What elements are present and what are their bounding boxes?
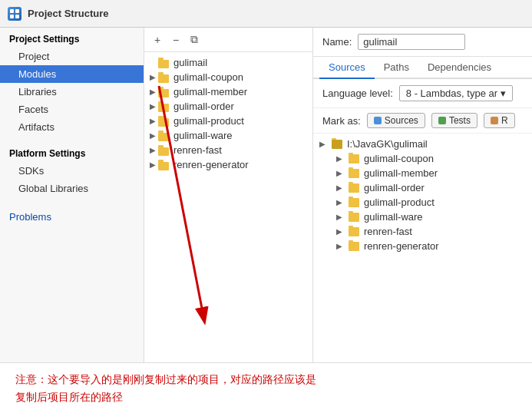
tree-item-renren-generator[interactable]: renren-generator (144, 157, 312, 172)
folder-icon (158, 116, 170, 127)
mark-sources-label: Sources (385, 115, 418, 126)
source-tree-item-renren-fast[interactable]: renren-fast (313, 224, 532, 239)
project-settings-heading: Project Settings (0, 28, 144, 48)
sidebar-item-modules[interactable]: Modules (0, 65, 144, 83)
tree-item-label: gulimall-ware (173, 130, 233, 141)
tree-item-ware[interactable]: gulimall-ware (144, 128, 312, 143)
folder-icon (349, 198, 359, 207)
source-tree-root-label: I:\JavaGK\gulimail (347, 138, 428, 150)
tree-item-coupon[interactable]: gulimall-coupon (144, 70, 312, 84)
source-tree-arrow (336, 169, 347, 177)
source-tree-arrow (336, 154, 347, 163)
tests-color-icon (438, 117, 446, 124)
source-tree-arrow (336, 213, 347, 221)
module-tree: gulimail gulimall-coupon gulimall-member (144, 52, 312, 362)
stree-label: gulimall-ware (364, 211, 423, 223)
module-name-input[interactable] (358, 34, 465, 50)
tree-arrow (147, 72, 158, 83)
sidebar-item-libraries[interactable]: Libraries (0, 83, 144, 101)
sidebar: Project Settings Project Modules Librari… (0, 28, 144, 362)
source-tree-arrow (319, 140, 330, 148)
mark-sources-button[interactable]: Sources (367, 113, 425, 128)
svg-rect-0 (10, 9, 14, 13)
annotation-section: 注意：这个要导入的是刚刚复制过来的项目，对应的路径应该是 复制后项目所在的路径 (0, 362, 532, 413)
tree-item-product[interactable]: gulimall-product (144, 114, 312, 128)
mark-as-row: Mark as: Sources Tests R (313, 108, 532, 134)
source-tree-item-coupon[interactable]: gulimall-coupon (313, 151, 532, 166)
svg-rect-1 (15, 9, 19, 13)
remove-module-button[interactable]: − (167, 31, 184, 48)
right-panel: Name: Sources Paths Dependencies Languag… (313, 28, 532, 362)
middle-panel: + − ⧉ gulimail gulimall-coupon (144, 28, 313, 362)
tree-item-label: gulimail (173, 57, 207, 68)
lang-level-select[interactable]: 8 - Lambdas, type ar ▾ (399, 85, 513, 101)
folder-icon (158, 160, 170, 170)
folder-icon (158, 72, 170, 83)
content-area: Project Settings Project Modules Librari… (0, 28, 532, 362)
svg-rect-2 (10, 15, 14, 18)
copy-module-button[interactable]: ⧉ (186, 31, 203, 48)
lang-level-row: Language level: 8 - Lambdas, type ar ▾ (313, 79, 532, 108)
tree-arrow (147, 145, 158, 156)
stree-label: gulimall-member (364, 167, 438, 179)
sources-color-icon (374, 117, 382, 124)
tree-item-renren-fast[interactable]: renren-fast (144, 143, 312, 157)
folder-icon (349, 227, 359, 236)
toolbar: + − ⧉ (144, 28, 312, 52)
tab-paths[interactable]: Paths (375, 57, 418, 79)
title-bar: Project Structure (0, 0, 532, 28)
tree-item-label: gulimall-member (173, 86, 247, 97)
mark-as-label: Mark as: (322, 115, 361, 127)
source-tree-arrow (336, 227, 347, 236)
folder-icon (158, 101, 170, 112)
tree-item-order[interactable]: gulimall-order (144, 99, 312, 114)
source-tree-item-ware[interactable]: gulimall-ware (313, 210, 532, 224)
sidebar-item-project[interactable]: Project (0, 48, 144, 65)
folder-icon (349, 154, 359, 164)
folder-icon (158, 131, 170, 141)
stree-label: renren-generator (364, 240, 439, 252)
source-tree-item-member[interactable]: gulimall-member (313, 166, 532, 180)
sidebar-item-facets[interactable]: Facets (0, 101, 144, 118)
mark-resources-label: R (501, 115, 508, 126)
window-title: Project Structure (28, 8, 108, 19)
annotation-line1: 注意：这个要导入的是刚刚复制过来的项目，对应的路径应该是 (15, 373, 316, 385)
tree-item-member[interactable]: gulimall-member (144, 84, 312, 99)
folder-icon (158, 58, 170, 68)
tab-sources[interactable]: Sources (319, 57, 375, 79)
mark-tests-button[interactable]: Tests (431, 113, 477, 128)
source-tree-item-product[interactable]: gulimall-product (313, 195, 532, 210)
annotation-line2: 复制后项目所在的路径 (15, 391, 123, 403)
folder-icon (349, 213, 359, 222)
resources-color-icon (491, 117, 498, 124)
tree-arrow (147, 101, 158, 112)
folder-icon (158, 87, 170, 97)
source-tree-root[interactable]: I:\JavaGK\gulimail (313, 137, 532, 151)
name-row: Name: (313, 28, 532, 57)
root-folder-icon (332, 140, 342, 149)
source-tree-item-renren-generator[interactable]: renren-generator (313, 239, 532, 253)
tree-arrow (147, 87, 158, 97)
tree-arrow (147, 131, 158, 141)
stree-label: gulimall-coupon (364, 153, 434, 164)
source-tree-arrow (336, 183, 347, 192)
sidebar-item-artifacts[interactable]: Artifacts (0, 118, 144, 136)
source-tree-arrow (336, 242, 347, 250)
tree-arrow (147, 116, 158, 127)
sidebar-item-global-libraries[interactable]: Global Libraries (0, 180, 144, 197)
mark-resources-button[interactable]: R (484, 113, 515, 128)
tree-item-label: gulimall-product (173, 115, 244, 127)
platform-settings-heading: Platform Settings (0, 142, 144, 162)
tree-item-gulimail[interactable]: gulimail (144, 55, 312, 70)
add-module-button[interactable]: + (149, 31, 166, 48)
source-tree-item-order[interactable]: gulimall-order (313, 180, 532, 195)
source-tree-arrow (336, 198, 347, 206)
source-tree: I:\JavaGK\gulimail gulimall-coupon gulim… (313, 134, 532, 362)
tab-dependencies[interactable]: Dependencies (418, 57, 501, 79)
name-field-label: Name: (322, 36, 352, 48)
annotation-text: 注意：这个要导入的是刚刚复制过来的项目，对应的路径应该是 复制后项目所在的路径 (15, 371, 517, 405)
stree-label: renren-fast (364, 226, 412, 237)
sidebar-item-problems[interactable]: Problems (0, 206, 144, 227)
sidebar-item-sdks[interactable]: SDKs (0, 162, 144, 180)
lang-level-label: Language level: (322, 88, 393, 99)
